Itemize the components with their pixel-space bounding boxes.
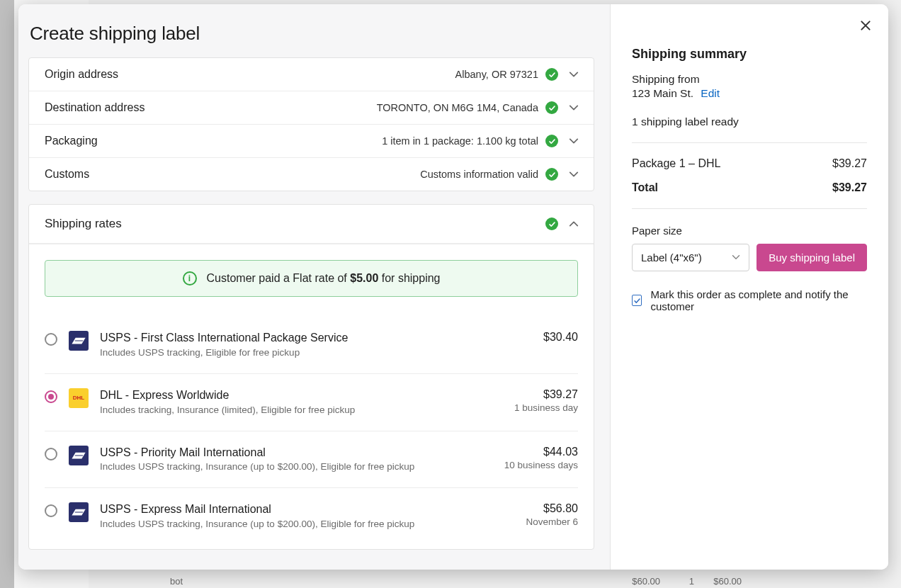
divider: [632, 142, 867, 143]
rate-option[interactable]: USPS - First Class International Package…: [45, 317, 578, 374]
destination-address-label: Destination address: [45, 101, 144, 114]
packaging-text: 1 item in 1 package: 1.100 kg total: [382, 135, 538, 147]
banner-amount: $5.00: [350, 272, 378, 284]
rate-name: USPS - First Class International Package…: [100, 331, 532, 346]
chevron-up-icon[interactable]: [567, 217, 581, 231]
mark-complete-checkbox[interactable]: [632, 295, 642, 306]
customs-text: Customs information valid: [420, 169, 538, 180]
destination-address-panel[interactable]: Destination address TORONTO, ON M6G 1M4,…: [29, 91, 594, 125]
info-icon: i: [183, 271, 197, 285]
destination-address-value: TORONTO, ON M6G 1M4, Canada: [377, 101, 558, 114]
packaging-value: 1 item in 1 package: 1.100 kg total: [382, 135, 558, 147]
mark-complete-label: Mark this order as complete and notify t…: [650, 288, 867, 312]
rate-radio[interactable]: [45, 448, 57, 460]
rate-radio[interactable]: [45, 333, 57, 346]
rate-info: USPS - Express Mail InternationalInclude…: [100, 502, 514, 529]
dhl-logo-icon: DHL: [69, 388, 89, 408]
divider: [632, 208, 867, 209]
rate-eta: November 6: [526, 516, 578, 527]
rate-description: Includes tracking, Insurance (limited), …: [100, 405, 503, 415]
chevron-down-icon[interactable]: [567, 67, 581, 81]
customer-paid-banner: i Customer paid a Flat rate of $5.00 for…: [45, 260, 578, 297]
paper-size-label: Paper size: [632, 225, 867, 237]
modal-left-pane: Create shipping label Origin address Alb…: [18, 4, 611, 570]
rate-price: $44.03: [504, 446, 578, 458]
rate-eta: 1 business day: [514, 402, 578, 413]
shipping-rates-label: Shipping rates: [45, 217, 122, 231]
rates-list: USPS - First Class International Package…: [45, 317, 578, 545]
close-button[interactable]: [856, 16, 876, 35]
shipping-from-label: Shipping from: [632, 73, 867, 86]
paper-size-select[interactable]: Label (4"x6"): [632, 244, 749, 271]
rate-radio[interactable]: [45, 390, 57, 403]
chevron-down-icon: [732, 251, 740, 264]
chevron-down-icon[interactable]: [567, 134, 581, 148]
banner-prefix: Customer paid a Flat rate of: [207, 272, 351, 284]
rate-eta: 10 business days: [504, 460, 578, 470]
modal-right-pane: Shipping summary Shipping from 123 Main …: [611, 4, 888, 570]
rate-name: USPS - Express Mail International: [100, 502, 514, 517]
check-icon: [545, 68, 558, 81]
origin-address-label: Origin address: [45, 68, 118, 81]
summary-line-item: Package 1 – DHL $39.27: [632, 157, 867, 170]
shipping-rates-header[interactable]: Shipping rates: [29, 205, 594, 244]
origin-address-value: Albany, OR 97321: [455, 68, 558, 81]
paper-size-value: Label (4"x6"): [641, 251, 702, 264]
rate-option[interactable]: DHLDHL - Express WorldwideIncludes track…: [45, 374, 578, 431]
check-icon: [545, 101, 558, 114]
packaging-panel[interactable]: Packaging 1 item in 1 package: 1.100 kg …: [29, 125, 594, 158]
origin-address-panel[interactable]: Origin address Albany, OR 97321: [29, 58, 594, 91]
rate-price-col: $39.271 business day: [514, 388, 578, 413]
rate-info: DHL - Express WorldwideIncludes tracking…: [100, 388, 503, 415]
rate-price: $30.40: [543, 331, 578, 344]
rate-name: DHL - Express Worldwide: [100, 388, 503, 403]
rate-radio[interactable]: [45, 504, 57, 517]
summary-line-amount: $39.27: [832, 157, 867, 170]
origin-address-text: Albany, OR 97321: [455, 69, 538, 80]
shipping-rates-status: [545, 217, 558, 230]
paper-size-row: Label (4"x6") Buy shipping label: [632, 244, 867, 271]
edit-address-link[interactable]: Edit: [701, 87, 720, 99]
rates-section: i Customer paid a Flat rate of $5.00 for…: [29, 244, 594, 549]
shipping-rates-card: Shipping rates i Customer paid a Flat ra…: [28, 204, 594, 550]
rate-option[interactable]: USPS - Priority Mail InternationalInclud…: [45, 431, 578, 489]
summary-total-label: Total: [632, 181, 658, 194]
summary-total-row: Total $39.27: [632, 181, 867, 194]
check-icon: [545, 135, 558, 147]
rate-description: Includes USPS tracking, Insurance (up to…: [100, 461, 493, 472]
rate-option[interactable]: USPS - Express Mail InternationalInclude…: [45, 488, 578, 545]
buy-shipping-label-button[interactable]: Buy shipping label: [756, 244, 867, 271]
bg-total: $60.00: [713, 576, 742, 587]
shipping-from-address: 123 Main St. Edit: [632, 87, 867, 100]
mark-complete-row: Mark this order as complete and notify t…: [632, 288, 867, 312]
rate-price-col: $44.0310 business days: [504, 446, 578, 470]
rate-price: $56.80: [526, 502, 578, 515]
chevron-down-icon[interactable]: [567, 101, 581, 115]
bg-line-item: bot: [170, 576, 183, 587]
bg-price: $60.00: [632, 576, 660, 587]
packaging-label: Packaging: [45, 135, 98, 147]
modal-title: Create shipping label: [30, 23, 594, 45]
rate-description: Includes USPS tracking, Insurance (up to…: [100, 519, 514, 529]
destination-address-text: TORONTO, ON M6G 1M4, Canada: [377, 102, 538, 113]
usps-logo-icon: [69, 331, 89, 351]
banner-suffix: for shipping: [378, 272, 440, 284]
rate-info: USPS - Priority Mail InternationalInclud…: [100, 446, 493, 473]
labels-ready-line: 1 shipping label ready: [632, 115, 867, 128]
banner-text: Customer paid a Flat rate of $5.00 for s…: [207, 272, 441, 285]
check-icon: [545, 168, 558, 181]
summary-line-label: Package 1 – DHL: [632, 157, 720, 170]
shipping-label-modal: Create shipping label Origin address Alb…: [18, 4, 888, 570]
usps-logo-icon: [69, 502, 89, 522]
rate-price-col: $30.40: [543, 331, 578, 344]
chevron-down-icon[interactable]: [567, 167, 581, 181]
usps-logo-icon: [69, 446, 89, 465]
customs-panel[interactable]: Customs Customs information valid: [29, 158, 594, 191]
summary-title: Shipping summary: [632, 47, 867, 62]
check-icon: [545, 217, 558, 230]
rate-description: Includes USPS tracking, Eligible for fre…: [100, 347, 532, 358]
customs-value: Customs information valid: [420, 168, 558, 181]
rate-price-col: $56.80November 6: [526, 502, 578, 527]
rate-price: $39.27: [514, 388, 578, 401]
rate-info: USPS - First Class International Package…: [100, 331, 532, 358]
